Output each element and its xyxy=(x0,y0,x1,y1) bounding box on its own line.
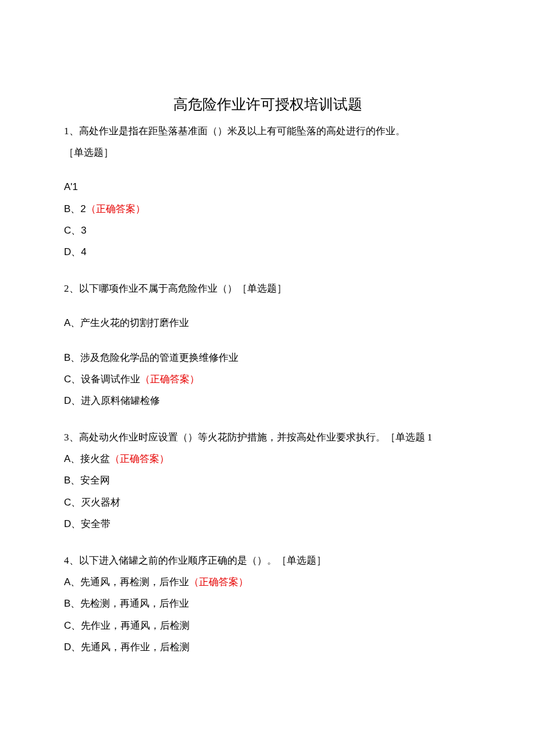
option: C、3 xyxy=(64,223,471,238)
option-label: B、2 xyxy=(64,203,86,214)
option-label: D、4 xyxy=(64,246,87,257)
option: D、安全带 xyxy=(64,516,471,532)
option-text: 安全带 xyxy=(81,518,110,529)
option-prefix: D、 xyxy=(64,518,81,529)
option-prefix: C、 xyxy=(64,497,81,508)
option: A、产生火花的切割打磨作业 xyxy=(64,315,471,331)
option-text: 先通风，再检测，后作业 xyxy=(80,576,189,587)
option-prefix: A、 xyxy=(64,576,80,587)
option: C、先作业，再通风，后检测 xyxy=(64,618,471,633)
correct-answer-marker: （正确答案） xyxy=(86,203,145,214)
question-stem: 4、以下进入储罐之前的作业顺序正确的是（）。［单选题］ xyxy=(64,553,471,568)
option-text: 先作业，再通风，后检测 xyxy=(81,620,190,631)
document-page: 高危险作业许可授权培训试题 1、高处作业是指在距坠落基准面（）米及以上有可能坠落… xyxy=(0,0,535,756)
question-stem: 3、高处动火作业时应设置（）等火花防护措施，并按高处作业要求执行。［单选题 1 xyxy=(64,429,471,445)
option-text: 涉及危险化学品的管道更换维修作业 xyxy=(80,352,238,363)
correct-answer-marker: （正确答案） xyxy=(189,576,248,587)
option: A、接火盆（正确答案） xyxy=(64,451,471,467)
option-text: 进入原料储罐检修 xyxy=(81,395,160,406)
option: B、2（正确答案） xyxy=(64,201,471,217)
option-prefix: D、 xyxy=(64,642,81,653)
option: B、涉及危险化学品的管道更换维修作业 xyxy=(64,350,471,366)
option-prefix: C、 xyxy=(64,620,81,631)
question-type-label: ［单选题］ xyxy=(64,145,471,160)
option-label: A'1 xyxy=(64,181,78,192)
question-stem: 2、以下哪项作业不属于高危险作业（）［单选题］ xyxy=(64,281,471,296)
option-text: 先通风，再作业，后检测 xyxy=(81,642,190,653)
option-text: 设备调试作业 xyxy=(81,374,140,385)
option: B、安全网 xyxy=(64,472,471,488)
option: D、进入原料储罐检修 xyxy=(64,393,471,409)
option-text: 先检测，再通风，后作业 xyxy=(80,598,189,609)
option: D、4 xyxy=(64,244,471,260)
option: D、先通风，再作业，后检测 xyxy=(64,639,471,655)
option-prefix: A、 xyxy=(64,453,80,464)
option: B、先检测，再通风，后作业 xyxy=(64,596,471,611)
document-title: 高危险作业许可授权培训试题 xyxy=(64,93,471,116)
option-label: C、3 xyxy=(64,225,87,236)
option-text: 产生火花的切割打磨作业 xyxy=(80,317,189,328)
option: C、设备调试作业（正确答案） xyxy=(64,371,471,387)
option-text: 接火盆 xyxy=(80,453,110,464)
option-prefix: B、 xyxy=(64,352,80,363)
option-prefix: C、 xyxy=(64,374,81,385)
option-text: 安全网 xyxy=(80,475,110,486)
option: A'1 xyxy=(64,179,471,195)
option-prefix: D、 xyxy=(64,395,81,406)
correct-answer-marker: （正确答案） xyxy=(140,374,199,385)
question-stem: 1、高处作业是指在距坠落基准面（）米及以上有可能坠落的高处进行的作业。 xyxy=(64,123,471,139)
option: C、灭火器材 xyxy=(64,495,471,510)
option: A、先通风，再检测，后作业（正确答案） xyxy=(64,574,471,590)
correct-answer-marker: （正确答案） xyxy=(110,453,169,464)
option-text: 灭火器材 xyxy=(81,497,120,508)
option-prefix: B、 xyxy=(64,475,80,486)
option-prefix: A、 xyxy=(64,317,80,328)
option-prefix: B、 xyxy=(64,598,80,609)
